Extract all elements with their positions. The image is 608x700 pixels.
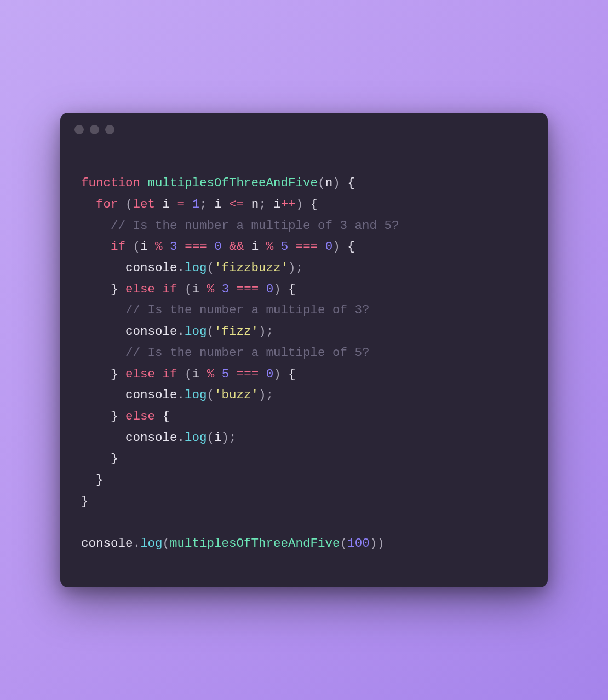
code-line-15: } — [81, 473, 104, 487]
code-line-16: } — [81, 494, 89, 508]
code-line-13: console.log(i); — [81, 431, 237, 445]
code-line-4: if (i % 3 === 0 && i % 5 === 0) { — [81, 239, 355, 254]
code-line-5: console.log('fizzbuzz'); — [81, 261, 303, 275]
code-line-11: console.log('buzz'); — [81, 388, 273, 402]
code-line-3: // Is the number a multiple of 3 and 5? — [81, 219, 399, 233]
code-line-2: for (let i = 1; i <= n; i++) { — [81, 197, 318, 211]
code-line-8: console.log('fizz'); — [81, 324, 273, 338]
code-line-7: // Is the number a multiple of 3? — [81, 303, 370, 317]
window-titlebar — [60, 113, 548, 146]
code-line-14: } — [81, 451, 118, 466]
code-window: function multiplesOfThreeAndFive(n) { fo… — [60, 113, 548, 587]
code-line-10: } else if (i % 5 === 0) { — [81, 367, 296, 381]
traffic-light-maximize-icon[interactable] — [105, 125, 114, 134]
traffic-light-minimize-icon[interactable] — [90, 125, 99, 134]
code-line-1: function multiplesOfThreeAndFive(n) { — [81, 176, 355, 190]
code-line-18: console.log(multiplesOfThreeAndFive(100)… — [81, 536, 385, 550]
code-editor[interactable]: function multiplesOfThreeAndFive(n) { fo… — [60, 146, 548, 587]
code-line-12: } else { — [81, 409, 170, 423]
code-line-6: } else if (i % 3 === 0) { — [81, 282, 296, 296]
code-line-9: // Is the number a multiple of 5? — [81, 346, 370, 360]
traffic-light-close-icon[interactable] — [74, 125, 84, 134]
